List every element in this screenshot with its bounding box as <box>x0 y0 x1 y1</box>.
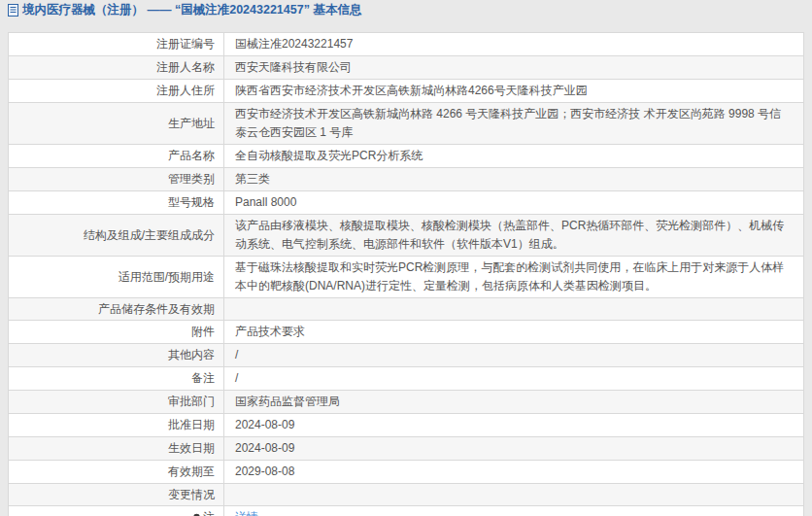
row-value: 2024-08-09 <box>224 414 803 436</box>
page-title: 境内医疗器械（注册） —— “国械注准20243221457” 基本信息 <box>22 2 361 18</box>
row-value-text: 2024-08-09 <box>235 416 294 434</box>
row-label: 备注 <box>9 367 224 390</box>
row-value-text: 西安天隆科技有限公司 <box>235 58 352 77</box>
row-value-text: 基于磁珠法核酸提取和实时荧光PCR检测原理，与配套的检测试剂共同使用，在临床上用… <box>235 258 793 295</box>
row-label: 生产地址 <box>9 103 224 144</box>
row-value: 全自动核酸提取及荧光PCR分析系统 <box>224 145 803 167</box>
table-row: 产品名称全自动核酸提取及荧光PCR分析系统 <box>9 145 803 168</box>
row-label: 结构及组成/主要组成成分 <box>9 215 224 256</box>
row-value: 西安天隆科技有限公司 <box>224 56 803 79</box>
row-label: 管理类别 <box>9 168 224 190</box>
row-label-text: 其他内容 <box>168 347 215 363</box>
row-label: 产品名称 <box>9 145 224 167</box>
table-row: 其他内容/ <box>9 344 803 367</box>
row-label: 审批部门 <box>9 391 224 413</box>
detail-link[interactable]: 详情 <box>235 508 258 516</box>
table-row: 审批部门国家药品监督管理局 <box>9 391 803 414</box>
row-value <box>224 298 803 320</box>
row-label-text: 有效期至 <box>168 464 215 480</box>
row-value-text: 国械注准20243221457 <box>235 35 353 53</box>
row-value-text: 西安市经济技术开发区高铁新城尚林路 4266 号天隆科技产业园；西安市经济技 术… <box>235 105 793 142</box>
row-label: 批准日期 <box>9 414 224 436</box>
table-row: 生效日期2024-08-09 <box>9 437 803 461</box>
table-row: 变更情况 <box>9 484 803 506</box>
row-label: 注册人名称 <box>9 56 224 79</box>
row-value-text: 2029-08-08 <box>235 463 294 481</box>
row-label: 附件 <box>9 321 224 343</box>
row-label-text: 产品储存条件及有效期 <box>98 301 215 318</box>
row-label: 变更情况 <box>9 484 224 505</box>
registration-info-table: 注册证编号国械注准20243221457注册人名称西安天隆科技有限公司注册人住所… <box>8 32 804 516</box>
row-label-text: 注 <box>203 509 215 516</box>
row-label-text: 管理类别 <box>168 171 215 188</box>
row-value: 该产品由移液模块、核酸提取模块、核酸检测模块（热盖部件、PCR热循环部件、荧光检… <box>224 215 803 256</box>
row-label: 适用范围/预期用途 <box>9 257 224 297</box>
row-value-text: 全自动核酸提取及荧光PCR分析系统 <box>235 147 423 165</box>
table-row: 注详情 <box>9 506 803 516</box>
table-row: 备注/ <box>9 367 803 391</box>
row-value: / <box>224 344 803 366</box>
row-value: 国家药品监督管理局 <box>224 391 803 413</box>
row-value-text: / <box>235 369 238 388</box>
row-value-text: 国家药品监督管理局 <box>235 393 340 411</box>
table-row: 批准日期2024-08-09 <box>9 414 803 437</box>
row-value-text: 陕西省西安市经济技术开发区高铁新城尚林路4266号天隆科技产业园 <box>235 82 588 100</box>
row-value-text: Panall 8000 <box>235 193 296 212</box>
row-value: / <box>224 367 803 390</box>
row-label: 注册人住所 <box>9 80 224 102</box>
row-value: 陕西省西安市经济技术开发区高铁新城尚林路4266号天隆科技产业园 <box>224 80 803 102</box>
row-value: 国械注准20243221457 <box>224 33 803 55</box>
row-label-text: 生效日期 <box>168 440 215 457</box>
table-row: 型号规格Panall 8000 <box>9 191 803 215</box>
row-value: 西安市经济技术开发区高铁新城尚林路 4266 号天隆科技产业园；西安市经济技 术… <box>224 103 803 144</box>
row-label-text: 注册证编号 <box>156 36 215 52</box>
table-row: 生产地址西安市经济技术开发区高铁新城尚林路 4266 号天隆科技产业园；西安市经… <box>9 103 803 145</box>
table-row: 管理类别第三类 <box>9 168 803 191</box>
row-value: 详情 <box>224 506 803 516</box>
row-label: 产品储存条件及有效期 <box>9 298 224 320</box>
row-value: 基于磁珠法核酸提取和实时荧光PCR检测原理，与配套的检测试剂共同使用，在临床上用… <box>224 257 803 297</box>
row-value-text: 第三类 <box>235 170 270 189</box>
row-value: Panall 8000 <box>224 191 803 214</box>
row-label-text: 注册人名称 <box>156 59 215 76</box>
row-label-text: 变更情况 <box>168 487 215 503</box>
page-header: 境内医疗器械（注册） —— “国械注准20243221457” 基本信息 <box>0 0 812 17</box>
page: 境内医疗器械（注册） —— “国械注准20243221457” 基本信息 注册证… <box>0 0 812 516</box>
row-value: 2029-08-08 <box>224 461 803 483</box>
row-label-text: 结构及组成/主要组成成分 <box>84 227 215 244</box>
row-label: 生效日期 <box>9 437 224 460</box>
row-value-text: 产品技术要求 <box>235 323 305 341</box>
row-value: 2024-08-09 <box>224 437 803 460</box>
table-row: 有效期至2029-08-08 <box>9 461 803 484</box>
table-row: 附件产品技术要求 <box>9 321 803 344</box>
table-row: 注册人住所陕西省西安市经济技术开发区高铁新城尚林路4266号天隆科技产业园 <box>9 80 803 103</box>
row-label-text: 审批部门 <box>168 394 215 410</box>
table-row: 适用范围/预期用途基于磁珠法核酸提取和实时荧光PCR检测原理，与配套的检测试剂共… <box>9 257 803 298</box>
table-row: 注册证编号国械注准20243221457 <box>9 33 803 56</box>
row-label-text: 附件 <box>191 324 215 340</box>
row-label-text: 产品名称 <box>168 148 215 164</box>
row-label-text: 批准日期 <box>168 417 215 433</box>
row-label: 其他内容 <box>9 344 224 366</box>
row-label-text: 型号规格 <box>168 194 215 211</box>
row-label: 注册证编号 <box>9 33 224 55</box>
row-value-text: 2024-08-09 <box>235 439 294 458</box>
document-icon <box>8 4 18 17</box>
row-label: 有效期至 <box>9 461 224 483</box>
table-row: 注册人名称西安天隆科技有限公司 <box>9 56 803 80</box>
row-value: 产品技术要求 <box>224 321 803 343</box>
table-row: 产品储存条件及有效期 <box>9 298 803 321</box>
row-value-text: / <box>235 346 238 364</box>
row-label-text: 生产地址 <box>168 116 215 132</box>
row-label-text: 适用范围/预期用途 <box>118 269 215 286</box>
row-value <box>224 484 803 505</box>
row-label: 型号规格 <box>9 191 224 214</box>
row-value-text: 该产品由移液模块、核酸提取模块、核酸检测模块（热盖部件、PCR热循环部件、荧光检… <box>235 217 793 254</box>
row-label: 注 <box>9 506 224 516</box>
row-label-text: 备注 <box>191 370 215 387</box>
row-value: 第三类 <box>224 168 803 190</box>
row-label-text: 注册人住所 <box>156 83 215 99</box>
table-row: 结构及组成/主要组成成分该产品由移液模块、核酸提取模块、核酸检测模块（热盖部件、… <box>9 215 803 257</box>
